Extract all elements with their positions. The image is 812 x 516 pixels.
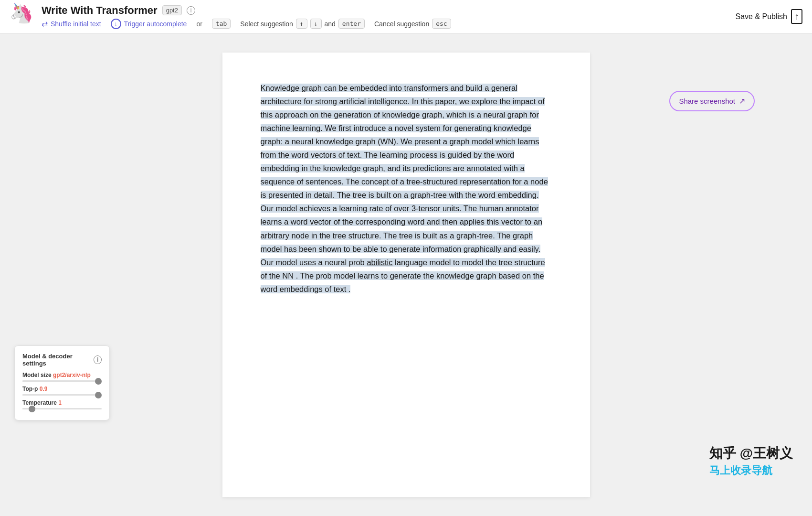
settings-info-icon[interactable]: i: [94, 355, 102, 364]
share-ext-icon: ↗: [739, 97, 745, 106]
model-size-row: Model size gpt2/arxiv-nlp: [22, 372, 102, 382]
model-size-thumb[interactable]: [95, 378, 102, 385]
editor-content[interactable]: Knowledge graph can be embedded into tra…: [261, 81, 552, 296]
or-text: or: [196, 20, 202, 28]
shuffle-label: Shuffle initial text: [51, 20, 101, 28]
watermark-line1: 知乎 @王树义: [709, 446, 793, 461]
model-size-label: Model size gpt2/arxiv-nlp: [22, 372, 102, 378]
tab-key: tab: [212, 19, 231, 29]
app-title: Write With Transformer: [42, 4, 158, 17]
select-label: Select suggestion: [240, 20, 293, 28]
highlighted-text: Knowledge graph can be embedded into tra…: [261, 84, 548, 293]
temperature-label: Temperature 1: [22, 399, 102, 406]
header-title-block: Write With Transformer gpt2 i ⇄ Shuffle …: [42, 4, 451, 29]
up-arrow-key: ↑: [296, 19, 307, 29]
top-p-label: Top-p 0.9: [22, 386, 102, 392]
shuffle-button[interactable]: ⇄ Shuffle initial text: [42, 19, 101, 28]
main-area: Knowledge graph can be embedded into tra…: [0, 33, 812, 516]
down-arrow-key: ↓: [310, 19, 322, 29]
gpt-badge: gpt2: [162, 5, 182, 15]
temperature-thumb[interactable]: [29, 406, 35, 412]
share-screenshot-label: Share screenshot: [679, 97, 735, 105]
model-size-slider[interactable]: [22, 380, 102, 382]
enter-key: enter: [338, 19, 365, 29]
settings-header: Model & decoder settings i: [22, 353, 102, 367]
app-header: 🦄 Write With Transformer gpt2 i ⇄ Shuffl…: [0, 0, 812, 33]
top-p-value: 0.9: [40, 386, 48, 392]
temperature-value: 1: [58, 399, 62, 406]
esc-key: esc: [432, 19, 451, 29]
cancel-label: Cancel suggestion: [374, 20, 429, 28]
temperature-slider[interactable]: [22, 408, 102, 409]
settings-panel: Model & decoder settings i Model size gp…: [14, 345, 110, 420]
share-screenshot-button[interactable]: Share screenshot ↗: [669, 91, 755, 111]
trigger-autocomplete-button[interactable]: ↓ Trigger autocomplete: [111, 19, 187, 29]
trigger-icon: ↓: [111, 19, 121, 29]
and-text: and: [325, 20, 336, 28]
temperature-row: Temperature 1: [22, 399, 102, 409]
trigger-label: Trigger autocomplete: [124, 20, 187, 28]
editor-paper[interactable]: Knowledge graph can be embedded into tra…: [222, 53, 590, 497]
settings-title: Model & decoder settings: [22, 353, 91, 367]
top-p-row: Top-p 0.9: [22, 386, 102, 396]
watermark: 知乎 @王树义 马上收录导航: [709, 444, 793, 478]
top-p-thumb[interactable]: [95, 392, 102, 398]
select-suggestion-text: Select suggestion ↑ ↓ and enter: [240, 19, 365, 29]
export-icon: ↑: [791, 9, 802, 24]
app-logo: 🦄: [10, 3, 36, 30]
watermark-line2: 马上收录导航: [709, 463, 793, 478]
header-actions: ⇄ Shuffle initial text ↓ Trigger autocom…: [42, 19, 451, 29]
header-title-row: Write With Transformer gpt2 i: [42, 4, 451, 17]
header-left: 🦄 Write With Transformer gpt2 i ⇄ Shuffl…: [10, 3, 451, 30]
top-p-slider[interactable]: [22, 394, 102, 396]
header-right: Save & Publish ↑: [735, 9, 802, 24]
info-icon[interactable]: i: [187, 6, 195, 15]
model-size-value: gpt2/arxiv-nlp: [53, 372, 91, 378]
save-publish-button[interactable]: Save & Publish ↑: [735, 9, 802, 24]
save-publish-label: Save & Publish: [735, 12, 787, 21]
shuffle-icon: ⇄: [42, 19, 48, 28]
cancel-suggestion-text: Cancel suggestion esc: [374, 19, 451, 29]
underline-word: abilistic: [367, 258, 392, 267]
